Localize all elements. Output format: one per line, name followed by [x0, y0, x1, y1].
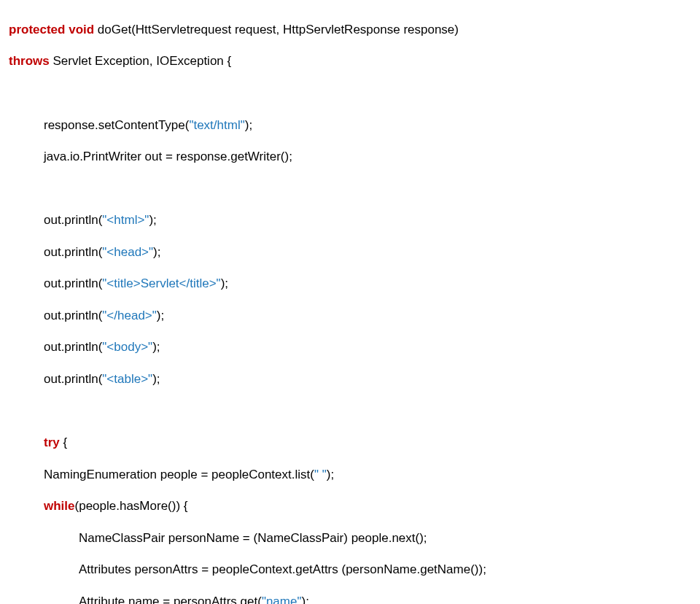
keyword-while: while — [44, 499, 75, 513]
line: NameClassPair personName = (NameClassPai… — [79, 530, 691, 546]
line: out.println("<html>"); — [44, 212, 691, 228]
line: out.println("</head>"); — [44, 308, 691, 324]
line: out.println("<head>"); — [44, 244, 691, 260]
line: out.println("<body>"); — [44, 339, 691, 355]
method-signature-2: throws Servlet Exception, IOException { — [9, 53, 691, 69]
line: Attributes personAttrs = peopleContext.g… — [79, 562, 691, 578]
keyword-throws: throws — [9, 54, 50, 68]
keyword-try: try — [44, 435, 60, 449]
line: response.setContentType("text/html"); — [44, 117, 691, 133]
line: out.println("<table>"); — [44, 371, 691, 387]
line: out.println("<title>Servlet</title>"); — [44, 276, 691, 292]
keyword-protected: protected void — [9, 23, 94, 36]
line: while(people.hasMore()) { — [44, 498, 691, 514]
line: try { — [44, 435, 691, 451]
line: java.io.PrintWriter out = response.getWr… — [44, 149, 691, 165]
method-signature-1: protected void doGet(HttServletrequest r… — [9, 22, 691, 38]
line: NamingEnumeration people = peopleContext… — [44, 467, 691, 483]
line: Attribute name = personAttrs.get("name")… — [79, 594, 691, 605]
code-block: protected void doGet(HttServletrequest r… — [9, 6, 691, 604]
